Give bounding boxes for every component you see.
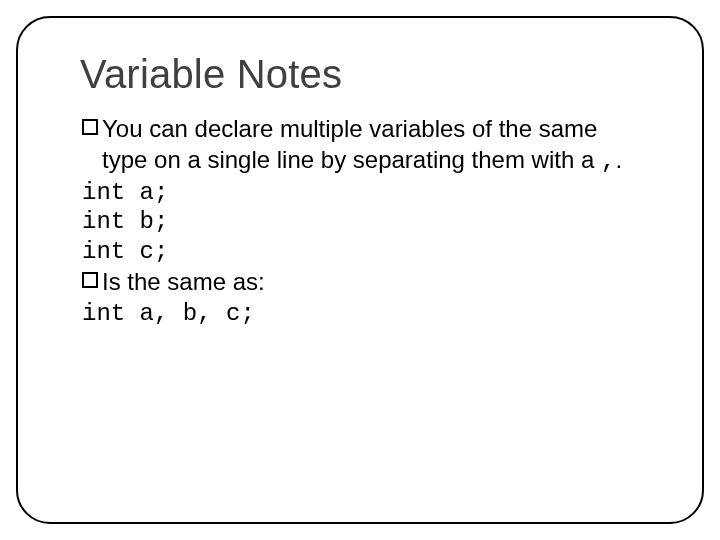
bullet-1: You can declare multiple variables of th… xyxy=(82,115,654,144)
bullet-1-continuation: type on a single line by separating them… xyxy=(82,146,654,176)
bullet-2: Is the same as: xyxy=(82,268,654,297)
comma-literal: , xyxy=(601,148,615,175)
code-line-4: int a, b, c; xyxy=(82,299,654,328)
square-bullet-icon xyxy=(82,272,98,288)
code-line-1: int a; xyxy=(82,178,654,207)
slide-frame: Variable Notes You can declare multiple … xyxy=(16,16,704,524)
square-bullet-icon xyxy=(82,119,98,135)
sentence-period: . xyxy=(615,146,622,173)
code-line-2: int b; xyxy=(82,207,654,236)
bullet-2-text: Is the same as: xyxy=(102,268,265,297)
code-line-3: int c; xyxy=(82,237,654,266)
slide-title: Variable Notes xyxy=(80,52,654,97)
bullet-1-text-line2: type on a single line by separating them… xyxy=(102,146,594,173)
bullet-1-text-line1: You can declare multiple variables of th… xyxy=(102,115,597,144)
